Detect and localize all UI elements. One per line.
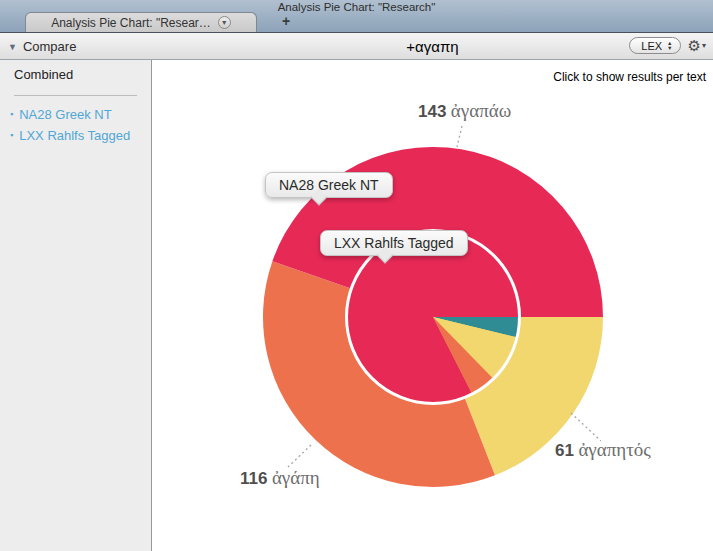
disclosure-triangle-icon[interactable]: ▼	[8, 42, 17, 52]
slice-lemma: ἀγαπητός	[578, 439, 651, 460]
tab-label: Analysis Pie Chart: "Resear…	[51, 16, 211, 30]
bullet-icon: ▪	[10, 110, 13, 119]
slice-count: 61	[555, 441, 574, 460]
tab-menu-button[interactable]: ▼	[218, 16, 231, 29]
slice-label-agapao: 143 ἀγαπάω	[418, 100, 511, 122]
slice-count: 116	[240, 469, 267, 488]
gear-icon: ⚙	[688, 38, 701, 53]
leader-line-agapao	[457, 126, 462, 147]
sidebar-item-lxx[interactable]: ▪ LXX Rahlfs Tagged	[10, 128, 151, 143]
slice-label-agape: 116 ἀγάπη	[240, 467, 320, 489]
lex-dropdown[interactable]: LEX ▲▼	[629, 37, 680, 54]
chevron-down-icon: ▼	[221, 19, 228, 26]
slice-count: 143	[418, 102, 446, 121]
compare-section-header[interactable]: ▼ Compare	[8, 39, 76, 54]
chevron-down-icon: ▾	[702, 38, 706, 53]
lex-label: LEX	[641, 40, 662, 52]
compare-label: Compare	[23, 39, 76, 54]
pie-chart[interactable]	[152, 60, 713, 551]
stepper-arrows-icon: ▲▼	[667, 41, 672, 50]
bullet-icon: ▪	[10, 131, 13, 140]
title-bar: Analysis Pie Chart: "Research" Analysis …	[0, 0, 713, 33]
slice-label-agapetos: 61 ἀγαπητός	[555, 439, 651, 461]
gear-menu-button[interactable]: ⚙ ▾	[688, 38, 706, 53]
sidebar: Combined ▪ NA28 Greek NT ▪ LXX Rahlfs Ta…	[0, 60, 152, 551]
toolbar: ▼ Compare +αγαπη LEX ▲▼ ⚙ ▾	[0, 33, 713, 60]
sidebar-item-label: NA28 Greek NT	[19, 107, 111, 122]
sidebar-item-na28[interactable]: ▪ NA28 Greek NT	[10, 107, 151, 122]
sidebar-item-label: LXX Rahlfs Tagged	[19, 128, 130, 143]
sidebar-divider	[14, 95, 137, 96]
slice-lemma: ἀγαπάω	[451, 100, 511, 121]
callout-na28: NA28 Greek NT	[265, 172, 393, 198]
chart-pane: Click to show results per text 143 ἀγαπά…	[152, 60, 713, 551]
leader-line-agape	[288, 445, 311, 467]
new-tab-button[interactable]: +	[282, 13, 290, 29]
slice-lemma: ἀγάπη	[272, 467, 320, 488]
tab-analysis-pie-chart[interactable]: Analysis Pie Chart: "Resear… ▼	[25, 12, 257, 32]
sidebar-header-combined[interactable]: Combined	[14, 67, 151, 82]
callout-lxx: LXX Rahlfs Tagged	[320, 230, 468, 256]
leader-line-agapetos	[571, 413, 601, 441]
toolbar-right-controls: LEX ▲▼ ⚙ ▾	[629, 37, 706, 54]
